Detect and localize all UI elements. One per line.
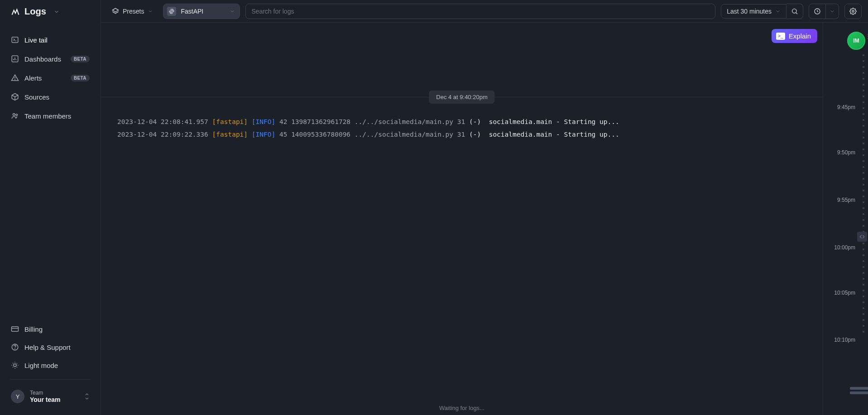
time-range-group: Last 30 minutes (721, 4, 803, 19)
python-icon (167, 7, 176, 16)
explain-button[interactable]: >_ Explain (772, 29, 817, 43)
svg-point-9 (13, 114, 15, 116)
search-icon (791, 8, 798, 15)
svg-point-15 (14, 364, 16, 367)
ruler-label: 10:10pm (834, 337, 855, 343)
activity-dot (863, 113, 864, 115)
activity-dot (863, 219, 864, 221)
time-range-label: Last 30 minutes (727, 8, 772, 15)
svg-point-25 (792, 9, 796, 13)
topbar: Presets FastAPI Last 30 (101, 0, 868, 23)
sidebar-bottom: Billing Help & Support Light mode Y Team (0, 320, 101, 415)
log-area: >_ Explain Dec 4 at 9:40:20pm 2023-12-04… (101, 23, 823, 415)
logo-icon (11, 7, 20, 16)
sun-icon (11, 361, 19, 369)
activity-dot (863, 272, 864, 274)
team-switcher[interactable]: Y Team Your team (5, 385, 96, 410)
sidebar-item-billing[interactable]: Billing (5, 320, 96, 338)
time-ruler: 9:45pm9:50pm9:55pm10:00pm10:05pm10:10pm (823, 23, 859, 415)
sidebar-item-sources[interactable]: Sources (5, 88, 96, 105)
search-box[interactable] (245, 4, 715, 19)
ruler-label: 9:50pm (837, 149, 855, 156)
activity-dot (863, 313, 864, 315)
activity-dot (863, 278, 864, 280)
activity-dot (863, 101, 864, 103)
terminal-icon (11, 36, 19, 44)
presets-button[interactable]: Presets (107, 5, 158, 18)
activity-dot (863, 243, 864, 244)
sidebar-item-team-members[interactable]: Team members (5, 107, 96, 124)
activity-dot (863, 325, 864, 327)
explain-label: Explain (789, 32, 811, 40)
activity-dot (863, 60, 864, 62)
svg-point-28 (852, 10, 854, 12)
activity-dot (863, 154, 864, 156)
activity-dot (863, 260, 864, 262)
activity-dot (863, 196, 864, 197)
activity-dot (863, 78, 864, 80)
activity-dot (863, 137, 864, 138)
cube-icon (11, 93, 19, 101)
clock-dropdown-button[interactable] (826, 4, 839, 19)
ruler-label: 10:00pm (834, 244, 855, 251)
activity-dot (863, 119, 864, 121)
sidebar-item-live-tail[interactable]: Live tail (5, 31, 96, 48)
source-label: FastAPI (181, 8, 203, 15)
sidebar-item-label: Billing (24, 325, 43, 333)
user-avatar-floating[interactable]: IM (847, 32, 865, 50)
sidebar-item-label: Help & Support (24, 343, 71, 351)
svg-line-20 (13, 363, 13, 363)
search-button[interactable] (786, 4, 803, 19)
activity-dot (863, 301, 864, 303)
clock-icon (814, 8, 821, 15)
sidebar-item-alerts[interactable]: Alerts BETA (5, 69, 96, 86)
source-selector[interactable]: FastAPI (163, 4, 240, 19)
alert-icon (11, 74, 19, 82)
activity-dot (863, 225, 864, 227)
activity-dot (863, 190, 864, 191)
activity-dot (863, 148, 864, 150)
expand-panel-button[interactable] (857, 232, 867, 242)
drag-handle-icon[interactable]: ⋮ (865, 35, 868, 46)
sidebar-item-help[interactable]: Help & Support (5, 339, 96, 356)
settings-button[interactable] (844, 4, 862, 19)
activity-dot (863, 143, 864, 144)
activity-dot (863, 54, 864, 56)
chevron-down-icon (148, 9, 153, 14)
activity-dot (863, 90, 864, 91)
log-lines: 2023-12-04 22:08:41.957 [fastapi] [INFO]… (117, 115, 814, 141)
activity-dot (863, 201, 864, 203)
sidebar-item-label: Sources (24, 93, 49, 101)
activity-dot (863, 248, 864, 250)
ruler-label: 9:55pm (837, 197, 855, 203)
activity-dot (863, 178, 864, 180)
log-line[interactable]: 2023-12-04 22:08:41.957 [fastapi] [INFO]… (117, 115, 814, 128)
sidebar-item-label: Dashboards (24, 55, 61, 63)
team-avatar: Y (11, 390, 24, 403)
clock-button[interactable] (809, 4, 826, 19)
log-line[interactable]: 2023-12-04 22:09:22.336 [fastapi] [INFO]… (117, 128, 814, 141)
svg-marker-24 (112, 8, 118, 12)
chevron-down-icon (230, 9, 235, 14)
ruler-label: 10:05pm (834, 290, 855, 296)
sidebar-item-label: Alerts (24, 74, 42, 82)
activity-dot (863, 184, 864, 186)
activity-dot (863, 290, 864, 291)
ruler-label: 9:45pm (837, 104, 855, 110)
activity-dot (863, 172, 864, 174)
sidebar-item-dashboards[interactable]: Dashboards BETA (5, 50, 96, 67)
app-title: Logs (24, 6, 46, 17)
updown-icon (84, 393, 90, 400)
activity-dot (863, 160, 864, 162)
svg-rect-11 (12, 327, 19, 332)
terminal-icon: >_ (776, 33, 785, 40)
sidebar-nav: Live tail Dashboards BETA Alerts BETA (0, 23, 101, 124)
activity-dot (863, 84, 864, 86)
chart-icon (11, 55, 19, 63)
time-range-button[interactable]: Last 30 minutes (721, 4, 786, 19)
activity-dot (863, 125, 864, 127)
activity-dot (863, 213, 864, 215)
search-input[interactable] (251, 8, 710, 15)
app-title-row[interactable]: Logs (0, 0, 101, 23)
sidebar-item-light-mode[interactable]: Light mode (5, 357, 96, 374)
